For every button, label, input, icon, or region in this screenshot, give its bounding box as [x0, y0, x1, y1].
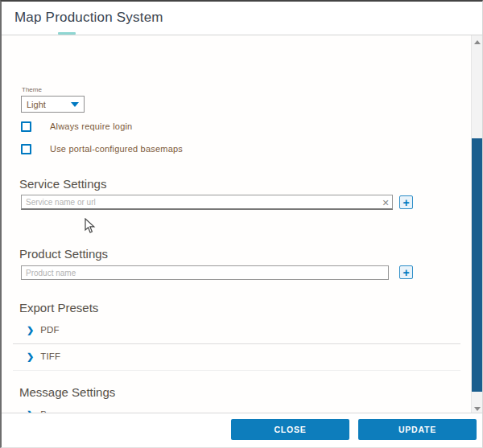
mouse-cursor-icon — [85, 218, 96, 233]
close-button[interactable]: CLOSE — [231, 419, 349, 440]
portal-basemaps-checkbox[interactable] — [21, 144, 31, 154]
always-require-login-checkbox[interactable] — [21, 121, 31, 132]
theme-select[interactable]: Light — [21, 96, 85, 113]
message-settings-heading: Message Settings — [19, 385, 115, 399]
chevron-right-icon: ❯ — [27, 351, 34, 362]
update-button[interactable]: UPDATE — [358, 419, 477, 440]
title-bar: Map Production System — [2, 2, 482, 35]
settings-dialog: Map Production System Theme Light Always… — [0, 0, 483, 448]
scroll-up-icon[interactable] — [474, 40, 481, 44]
dialog-footer: CLOSE UPDATE — [2, 413, 482, 447]
always-require-login-row: Always require login — [21, 121, 132, 132]
dialog-content: Theme Light Always require login Use por… — [2, 35, 471, 413]
export-presets-heading: Export Presets — [19, 301, 98, 314]
scrolled-element-fragment — [58, 32, 76, 35]
add-product-button[interactable]: + — [399, 265, 413, 279]
export-preset-tiff[interactable]: ❯ TIFF — [27, 350, 60, 363]
theme-select-value: Light — [27, 100, 71, 109]
product-name-input[interactable] — [21, 265, 389, 280]
portal-basemaps-row: Use portal-configured basemaps — [21, 143, 183, 154]
always-require-login-label: Always require login — [50, 121, 132, 131]
vertical-scrollbar[interactable] — [471, 35, 482, 415]
scroll-down-icon[interactable] — [474, 407, 481, 411]
scrollbar-thumb[interactable] — [472, 138, 483, 392]
chevron-right-icon: ❯ — [27, 324, 34, 335]
clear-icon[interactable]: ✕ — [380, 197, 391, 208]
preset-tiff-label: TIFF — [40, 351, 60, 361]
preset-divider — [13, 370, 460, 371]
theme-label: Theme — [22, 86, 42, 93]
preset-pdf-label: PDF — [40, 325, 60, 335]
dialog-title: Map Production System — [14, 10, 163, 26]
caret-down-icon — [71, 102, 79, 107]
product-settings-heading: Product Settings — [19, 247, 108, 261]
export-preset-pdf[interactable]: ❯ PDF — [27, 323, 60, 336]
service-settings-heading: Service Settings — [19, 177, 106, 191]
add-service-button[interactable]: + — [399, 195, 413, 209]
portal-basemaps-label: Use portal-configured basemaps — [50, 144, 183, 154]
service-name-input[interactable] — [21, 195, 393, 210]
preset-divider — [13, 343, 460, 344]
